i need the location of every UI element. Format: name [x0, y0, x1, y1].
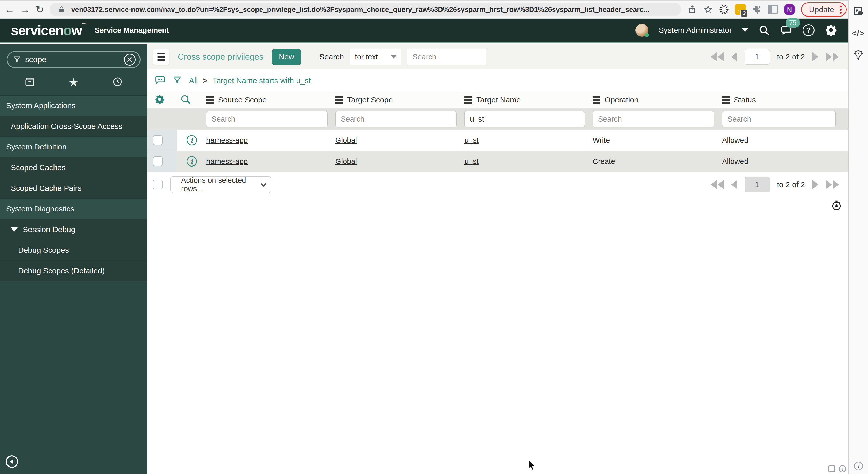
user-name[interactable]: System Administrator: [659, 26, 732, 35]
settings-gear-icon[interactable]: [825, 24, 837, 36]
cell-target-name[interactable]: u_st: [464, 136, 479, 144]
sidebar-item-system-definition[interactable]: System Definition: [0, 137, 147, 158]
table-row[interactable]: i harness-app Global u_st Write Allowed: [147, 130, 848, 151]
breadcrumb: All > Target Name starts with u_st: [147, 69, 848, 92]
table-row[interactable]: i harness-app Global u_st Create Allowed: [147, 151, 848, 172]
extension-spinner-icon[interactable]: [719, 4, 729, 15]
row-checkbox[interactable]: [153, 135, 163, 145]
first-page-icon[interactable]: [711, 52, 724, 62]
code-panel-icon[interactable]: </>: [852, 29, 865, 38]
column-menu-icon[interactable]: [206, 96, 214, 104]
column-menu-icon[interactable]: [335, 96, 343, 104]
list-context-menu-icon[interactable]: [153, 48, 169, 65]
tab-all-applications[interactable]: [24, 76, 35, 88]
cell-target-name[interactable]: u_st: [464, 157, 479, 166]
user-avatar[interactable]: [636, 24, 648, 37]
previous-page-icon[interactable]: [731, 180, 737, 189]
browser-forward-icon[interactable]: →: [20, 5, 30, 14]
cell-target-scope[interactable]: Global: [335, 157, 357, 166]
response-time-icon[interactable]: [831, 199, 842, 212]
column-header-source-scope[interactable]: Source Scope: [206, 96, 335, 104]
address-bar[interactable]: ven03172.service-now.com/nav_to.do?uri=%…: [50, 3, 681, 16]
column-header-operation[interactable]: Operation: [593, 96, 722, 104]
rail-info-icon[interactable]: i: [854, 462, 863, 470]
browser-reload-icon[interactable]: ↻: [36, 5, 44, 14]
chevron-expanded-icon[interactable]: [11, 228, 18, 232]
sidebar-item-debug-scopes-detailed[interactable]: Debug Scopes (Detailed): [0, 261, 147, 281]
breadcrumb-all[interactable]: All: [189, 76, 197, 85]
filter-target-name-input[interactable]: [464, 111, 585, 127]
frame-resize-icon[interactable]: [829, 466, 835, 472]
navigator-menu: System Applications Application Cross-Sc…: [0, 96, 147, 281]
browser-side-rail: </> i: [848, 0, 868, 474]
tab-favorites[interactable]: ★: [68, 77, 79, 88]
side-panel-icon[interactable]: [768, 5, 778, 14]
last-page-icon[interactable]: [826, 180, 839, 189]
insight-bulb-icon[interactable]: [852, 49, 864, 62]
filter-target-scope-input[interactable]: [335, 111, 457, 127]
sidebar-item-application-cross-scope-access[interactable]: Application Cross-Scope Access: [0, 116, 147, 137]
list-comments-icon[interactable]: [154, 75, 165, 87]
sidebar-item-scoped-cache-pairs[interactable]: Scoped Cache Pairs: [0, 178, 147, 199]
bookmark-star-icon[interactable]: [703, 4, 713, 15]
browser-profile-avatar[interactable]: N: [783, 4, 796, 15]
select-all-checkbox[interactable]: [153, 180, 163, 190]
column-menu-icon[interactable]: [722, 96, 730, 104]
tab-history[interactable]: [112, 76, 123, 88]
column-header-status[interactable]: Status: [722, 96, 843, 104]
global-search-icon[interactable]: [758, 24, 770, 36]
column-menu-icon[interactable]: [464, 96, 472, 104]
sidebar-item-system-diagnostics[interactable]: System Diagnostics: [0, 199, 147, 219]
sidebar-item-scoped-caches[interactable]: Scoped Caches: [0, 158, 147, 178]
cell-source-scope[interactable]: harness-app: [206, 157, 248, 166]
column-header-target-name[interactable]: Target Name: [464, 96, 593, 104]
navigator-search[interactable]: [7, 51, 141, 68]
new-button[interactable]: New: [272, 49, 301, 65]
breadcrumb-filter-icon[interactable]: [173, 75, 182, 86]
sidebar-item-system-applications[interactable]: System Applications: [0, 96, 147, 116]
column-menu-icon[interactable]: [593, 96, 600, 104]
conversations-icon[interactable]: 75: [780, 24, 792, 36]
browser-menu-icon[interactable]: [840, 6, 842, 14]
cell-source-scope[interactable]: harness-app: [206, 136, 248, 144]
cell-target-scope[interactable]: Global: [335, 136, 357, 144]
row-checkbox[interactable]: [153, 157, 163, 166]
user-menu-caret-icon[interactable]: [742, 28, 748, 32]
filter-source-scope-input[interactable]: [206, 111, 328, 127]
record-info-icon[interactable]: i: [187, 156, 197, 167]
previous-page-icon[interactable]: [731, 52, 737, 62]
record-info-icon[interactable]: i: [187, 135, 197, 145]
navigator-search-input[interactable]: [25, 55, 120, 64]
column-header-target-scope[interactable]: Target Scope: [335, 96, 464, 104]
list-personalize-gear-icon[interactable]: [154, 94, 165, 106]
page-title[interactable]: Cross scope privileges: [178, 52, 264, 62]
clear-search-icon[interactable]: [124, 54, 135, 66]
sidebar-item-session-debug[interactable]: Session Debug: [0, 219, 147, 240]
page-number-input[interactable]: [745, 177, 770, 192]
reading-list-icon[interactable]: [853, 6, 864, 18]
browser-update-button[interactable]: Update: [801, 2, 846, 17]
share-icon[interactable]: [687, 4, 697, 15]
help-icon[interactable]: ?: [803, 24, 814, 36]
filter-status-input[interactable]: [722, 111, 836, 127]
collapse-navigator-button[interactable]: [6, 455, 18, 468]
filter-operation-input[interactable]: [593, 111, 714, 127]
column-search-toggle-icon[interactable]: [180, 94, 191, 106]
actions-on-selected-rows-select[interactable]: Actions on selected rows...: [170, 176, 271, 193]
list-search-input[interactable]: [407, 48, 486, 65]
browser-back-icon[interactable]: ←: [5, 5, 14, 14]
extension-yellow-icon[interactable]: ... 3: [735, 4, 746, 15]
search-label: Search: [319, 53, 344, 61]
last-page-icon[interactable]: [826, 52, 839, 62]
page-number-input[interactable]: [745, 49, 770, 65]
search-type-select[interactable]: for text: [350, 48, 401, 65]
select-chevron-icon: [261, 181, 267, 187]
sidebar-item-debug-scopes[interactable]: Debug Scopes: [0, 240, 147, 261]
page-info-icon[interactable]: i: [839, 465, 846, 472]
next-page-icon[interactable]: [812, 180, 818, 189]
first-page-icon[interactable]: [711, 180, 724, 189]
next-page-icon[interactable]: [812, 52, 818, 62]
extensions-puzzle-icon[interactable]: [751, 4, 762, 15]
url-text: ven03172.service-now.com/nav_to.do?uri=%…: [71, 6, 649, 14]
breadcrumb-filter-condition[interactable]: Target Name starts with u_st: [213, 76, 311, 85]
